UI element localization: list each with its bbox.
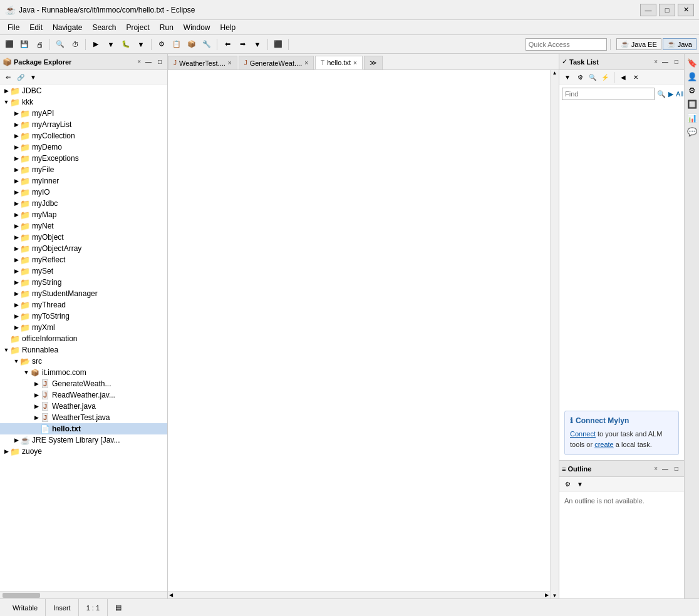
expand-arrow-icon[interactable]: ▼ [3,99,10,105]
tree-item[interactable]: ▶📁zuoye [0,446,167,457]
vscroll-down[interactable]: ▼ [552,593,557,598]
sidebar-icon-a[interactable]: 🔖 [686,56,698,69]
sidebar-icon-f[interactable]: 💬 [686,125,698,138]
toolbar-debug[interactable]: 🐛 [119,38,133,51]
minimize-button[interactable]: — [640,4,656,16]
expand-arrow-icon[interactable]: ▶ [13,155,20,162]
toolbar-btn-f[interactable]: ➡ [236,38,249,51]
outline-btn-a[interactable]: ⚙ [562,479,573,490]
expand-arrow-icon[interactable]: ▶ [33,392,40,398]
package-explorer-max[interactable]: □ [155,57,165,67]
expand-arrow-icon[interactable]: ▶ [13,290,20,297]
toolbar-btn-d[interactable]: 🔧 [200,38,214,51]
tree-item[interactable]: ▼📦it.immoc.com [0,367,167,378]
sidebar-icon-c[interactable]: ⚙ [686,84,698,96]
expand-arrow-icon[interactable]: ▶ [13,110,20,116]
tree-item[interactable]: ▶📁myObject [0,232,167,243]
toolbar-debug-drop[interactable]: ▼ [134,38,148,51]
outline-btn-b[interactable]: ▼ [574,479,586,490]
tree-item[interactable]: 📄hello.txt [0,423,167,434]
expand-arrow-icon[interactable]: ▶ [13,268,20,274]
expand-arrow-icon[interactable]: ▼ [13,358,20,364]
tree-item[interactable]: ▶📁myStudentManager [0,288,167,299]
tree-item[interactable]: ▶📁myObjectArray [0,243,167,254]
toolbar-btn-b[interactable]: 📋 [170,38,184,51]
tree-item[interactable]: ▶JReadWeather.jav... [0,389,167,401]
tree-container[interactable]: ▶📁JDBC▼📁kkk▶📁myAPI▶📁myArrayList▶📁myColle… [0,85,167,591]
tree-hscroll-thumb[interactable] [3,593,40,598]
tree-item[interactable]: ▼📁Runnablea [0,344,167,356]
connect-link[interactable]: Connect [570,430,596,438]
toolbar-btn-h[interactable]: ⬛ [271,38,285,51]
hscroll-right[interactable]: ▶ [545,592,549,598]
expand-arrow-icon[interactable]: ▶ [13,167,20,173]
tree-item[interactable]: ▶📁myReflect [0,254,167,265]
vscroll-up[interactable]: ▲ [552,70,557,76]
toolbar-run[interactable]: ▶ [89,38,103,51]
expand-arrow-icon[interactable]: ▶ [13,257,20,263]
tree-item[interactable]: ▶📁myMap [0,209,167,220]
expand-arrow-icon[interactable]: ▼ [3,347,10,353]
expand-arrow-icon[interactable]: ▶ [13,437,20,443]
toolbar-btn-e[interactable]: ⬅ [220,38,234,51]
tree-item[interactable]: ▶☕JRE System Library [Jav... [0,434,167,446]
editor-content[interactable]: ◀ ▶ [168,70,550,598]
expand-arrow-icon[interactable]: ▶ [13,200,20,207]
tree-item[interactable]: ▶📁mySet [0,265,167,277]
perspective-javaee[interactable]: ☕ Java EE [616,38,661,50]
maximize-button[interactable]: □ [659,4,675,16]
tree-item[interactable]: ▶📁JDBC [0,85,167,96]
sidebar-icon-d[interactable]: 🔲 [686,98,698,110]
tree-item[interactable]: ▶📁myExceptions [0,153,167,164]
pe-menu[interactable]: ▼ [28,72,39,83]
tree-hscrollbar[interactable] [0,591,167,598]
outline-max[interactable]: □ [671,464,681,474]
hscroll-left[interactable]: ◀ [169,592,173,598]
expand-arrow-icon[interactable]: ▶ [13,324,20,331]
expand-arrow-icon[interactable]: ▶ [13,302,20,308]
tree-item[interactable]: ▶📁myJdbc [0,198,167,209]
tree-item[interactable]: ▶JWeather.java [0,401,167,412]
tree-item[interactable]: ▶📁myXml [0,322,167,333]
tab-close-weathertest[interactable]: × [228,59,232,66]
pe-collapse-all[interactable]: ⇐ [3,72,14,83]
perspective-java[interactable]: ☕ Java [663,38,696,50]
menu-window[interactable]: Window [179,22,215,33]
task-btn-b[interactable]: 🔍 [587,72,598,83]
task-btn-a[interactable]: ⚙ [574,72,586,83]
toolbar-search[interactable]: 🔍 [53,38,67,51]
expand-arrow-icon[interactable]: ▶ [13,223,20,229]
close-button[interactable]: ✕ [678,4,694,16]
create-link[interactable]: create [594,441,614,448]
tree-item[interactable]: ▶📁myArrayList [0,119,167,130]
tree-item[interactable]: ▶📁myToString [0,311,167,322]
toolbar-new[interactable]: ⬛ [3,38,16,51]
editor-tab-hellotxt[interactable]: T hello.txt × [315,56,363,69]
toolbar-btn-g[interactable]: ▼ [251,38,264,51]
editor-hscrollbar[interactable]: ◀ ▶ [168,591,550,598]
task-btn-d[interactable]: ◀ [618,72,629,83]
expand-arrow-icon[interactable]: ▶ [13,133,20,139]
expand-arrow-icon[interactable]: ▶ [13,234,20,240]
expand-arrow-icon[interactable]: ▶ [3,448,10,454]
expand-arrow-icon[interactable]: ▶ [13,121,20,128]
menu-navigate[interactable]: Navigate [48,22,87,33]
expand-arrow-icon[interactable]: ▶ [33,403,40,409]
tree-item[interactable]: ▼📂src [0,356,167,367]
task-btn-e[interactable]: ✕ [630,72,641,83]
toolbar-run-drop[interactable]: ▼ [104,38,118,51]
expand-arrow-icon[interactable]: ▶ [13,212,20,218]
expand-arrow-icon[interactable]: ▶ [13,144,20,150]
task-new[interactable]: ▼ [562,72,573,83]
editor-vscrollbar[interactable]: ▲ ▼ [550,70,559,598]
tab-close-hellotxt[interactable]: × [353,59,357,66]
editor-tab-weathertest[interactable]: J WeatherTest.... × [168,56,237,69]
tree-item[interactable]: ▶📁myFile [0,164,167,175]
toolbar-btn-c[interactable]: 📦 [185,38,199,51]
sidebar-icon-e[interactable]: 📊 [686,111,698,124]
tree-item[interactable]: ▶📁myIO [0,187,167,198]
expand-arrow-icon[interactable]: ▶ [13,279,20,285]
editor-text-area[interactable] [168,70,550,591]
task-list-max[interactable]: □ [671,57,681,67]
task-btn-c[interactable]: ⚡ [599,72,611,83]
